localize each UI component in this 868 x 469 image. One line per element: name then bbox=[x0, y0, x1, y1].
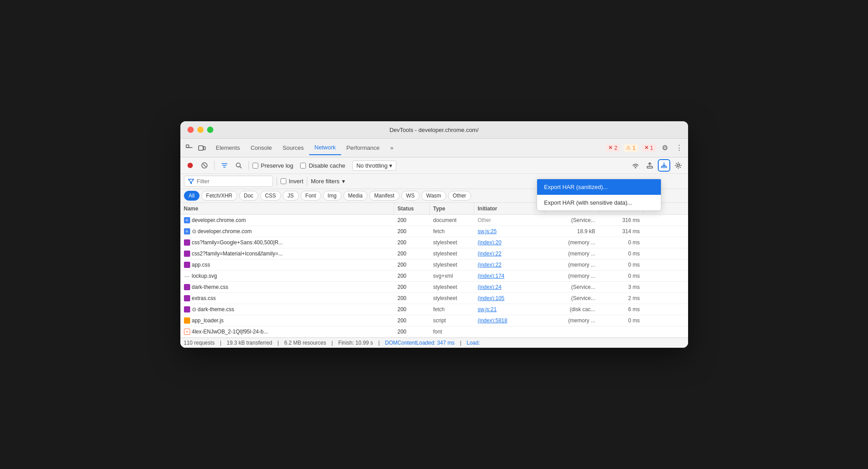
chip-manifest[interactable]: Manifest bbox=[369, 191, 399, 201]
chip-font[interactable]: Font bbox=[301, 191, 321, 201]
doc-icon: ≡ bbox=[184, 228, 190, 234]
error-badge[interactable]: ✕ 2 bbox=[606, 144, 620, 152]
table-row[interactable]: ⊡dark-theme.css 200 stylesheet (index):2… bbox=[180, 282, 688, 293]
css-icon: ⊡ bbox=[184, 306, 190, 313]
chip-js[interactable]: JS bbox=[283, 191, 299, 201]
status-cell: 200 bbox=[394, 248, 430, 259]
close-button[interactable] bbox=[187, 127, 194, 133]
time-cell: 0 ms bbox=[599, 259, 644, 270]
requests-count: 110 requests bbox=[184, 340, 215, 346]
export-har-sensitive-option[interactable]: Export HAR (with sensitive data)... bbox=[537, 195, 661, 210]
filter-icon[interactable] bbox=[218, 159, 231, 172]
name-cell: —lockup.svg bbox=[180, 271, 394, 281]
col-name[interactable]: Name bbox=[180, 203, 394, 214]
table-row[interactable]: ≡⊙ developer.chrome.com 200 fetch sw.js:… bbox=[180, 226, 688, 237]
upload-icon[interactable] bbox=[644, 159, 656, 172]
chip-other[interactable]: Other bbox=[448, 191, 471, 201]
table-row[interactable]: A4lex-ENJwOB_2-1Ql|f95l-24-b... 200 font bbox=[180, 326, 688, 337]
minimize-button[interactable] bbox=[197, 127, 204, 133]
device-toolbar-icon[interactable] bbox=[196, 143, 207, 153]
type-cell: svg+xml bbox=[430, 271, 474, 281]
table-row[interactable]: ⊡css2?family=Material+Icons&family=... 2… bbox=[180, 248, 688, 259]
type-cell: stylesheet bbox=[430, 248, 474, 259]
wifi-icon[interactable] bbox=[629, 159, 642, 172]
status-cell: 200 bbox=[394, 259, 430, 270]
chip-media[interactable]: Media bbox=[343, 191, 368, 201]
size-cell bbox=[546, 326, 599, 337]
time-cell: 0 ms bbox=[599, 248, 644, 259]
status-cell: 200 bbox=[394, 304, 430, 315]
size-cell: (Service... bbox=[546, 293, 599, 304]
svg-rect-0 bbox=[186, 145, 189, 148]
record-button[interactable] bbox=[184, 159, 196, 172]
devtools-more-icon[interactable]: ⋮ bbox=[674, 143, 685, 153]
status-cell: 200 bbox=[394, 315, 430, 326]
name-cell: ⊡extras.css bbox=[180, 293, 394, 304]
info-badge[interactable]: ✕ 1 bbox=[642, 144, 656, 152]
tab-badges-group: ✕ 2 ⚠ 1 ✕ 1 ⚙ ⋮ bbox=[606, 143, 684, 153]
initiator-cell: (index):24 bbox=[478, 284, 501, 290]
chip-wasm[interactable]: Wasm bbox=[421, 191, 446, 201]
type-cell: stylesheet bbox=[430, 237, 474, 248]
filter-input-box[interactable] bbox=[184, 176, 273, 187]
load-time: Load: bbox=[467, 340, 480, 346]
initiator-wrapper: sw.js:25 bbox=[474, 226, 546, 237]
status-cell: 200 bbox=[394, 271, 430, 281]
throttle-dropdown[interactable]: No throttling ▾ bbox=[352, 160, 396, 171]
time-cell bbox=[599, 326, 644, 337]
invert-checkbox[interactable]: Invert bbox=[281, 178, 304, 185]
network-table: Name Status Type Initiator Size Time ≡de… bbox=[180, 203, 688, 337]
table-row[interactable]: —lockup.svg 200 svg+xml (index):174 (mem… bbox=[180, 271, 688, 282]
warning-badge[interactable]: ⚠ 1 bbox=[623, 144, 638, 152]
devtools-settings-icon[interactable]: ⚙ bbox=[660, 143, 670, 153]
search-icon[interactable] bbox=[232, 159, 245, 172]
table-row[interactable]: ≡developer.chrome.com 200 document Other… bbox=[180, 215, 688, 226]
col-initiator[interactable]: Initiator bbox=[474, 203, 546, 214]
name-cell: ≡⊙ developer.chrome.com bbox=[180, 226, 394, 237]
chip-fetch-xhr[interactable]: Fetch/XHR bbox=[201, 191, 237, 201]
time-cell: 314 ms bbox=[599, 226, 644, 237]
font-icon: A bbox=[184, 329, 190, 335]
svg-line-6 bbox=[203, 164, 206, 167]
disable-cache-checkbox[interactable]: Disable cache bbox=[300, 162, 345, 169]
initiator-cell: (index):20 bbox=[478, 239, 501, 246]
name-cell: A4lex-ENJwOB_2-1Ql|f95l-24-b... bbox=[180, 326, 394, 337]
tab-sources[interactable]: Sources bbox=[277, 141, 309, 155]
toolbar-right-group bbox=[629, 159, 685, 172]
more-filters-button[interactable]: More filters ▾ bbox=[311, 178, 345, 185]
network-settings-icon[interactable] bbox=[672, 159, 685, 172]
tab-elements[interactable]: Elements bbox=[211, 141, 245, 155]
chip-css[interactable]: CSS bbox=[260, 191, 281, 201]
col-type[interactable]: Type bbox=[430, 203, 474, 214]
initiator-cell: (index):105 bbox=[478, 295, 505, 301]
col-status[interactable]: Status bbox=[394, 203, 430, 214]
table-row[interactable]: ⊡⊙ dark-theme.css 200 fetch sw.js:21 (di… bbox=[180, 304, 688, 315]
inspect-element-icon[interactable] bbox=[184, 143, 195, 153]
preserve-log-checkbox[interactable]: Preserve log bbox=[253, 162, 293, 169]
table-row[interactable]: ⊡css?family=Google+Sans:400,500|R... 200… bbox=[180, 237, 688, 248]
type-cell: document bbox=[430, 215, 474, 226]
toolbar-divider-1 bbox=[214, 161, 215, 170]
filter-text-input[interactable] bbox=[197, 178, 268, 185]
tab-network[interactable]: Network bbox=[309, 140, 341, 155]
chip-all[interactable]: All bbox=[184, 191, 200, 201]
table-row[interactable]: ⊡extras.css 200 stylesheet (index):105 (… bbox=[180, 293, 688, 304]
clear-button[interactable] bbox=[198, 159, 211, 172]
status-cell: 200 bbox=[394, 226, 430, 237]
initiator-cell: (index):5818 bbox=[478, 317, 508, 324]
download-button[interactable] bbox=[658, 159, 670, 172]
table-row[interactable]: ⊡app_loader.js 200 script (index):5818 (… bbox=[180, 315, 688, 326]
maximize-button[interactable] bbox=[207, 127, 213, 133]
tab-console[interactable]: Console bbox=[245, 141, 277, 155]
chip-img[interactable]: Img bbox=[323, 191, 342, 201]
chip-doc[interactable]: Doc bbox=[239, 191, 258, 201]
size-cell: (disk cac... bbox=[546, 304, 599, 315]
tab-performance[interactable]: Performance bbox=[341, 141, 385, 155]
export-har-sanitized-option[interactable]: Export HAR (sanitized)... bbox=[537, 179, 661, 195]
table-row[interactable]: ⊡app.css 200 stylesheet (index):22 (memo… bbox=[180, 259, 688, 271]
time-cell: 316 ms bbox=[599, 215, 644, 226]
status-cell: 200 bbox=[394, 326, 430, 337]
chip-ws[interactable]: WS bbox=[401, 191, 420, 201]
tab-more[interactable]: » bbox=[385, 141, 399, 155]
initiator-cell: sw.js:25 bbox=[478, 228, 497, 234]
